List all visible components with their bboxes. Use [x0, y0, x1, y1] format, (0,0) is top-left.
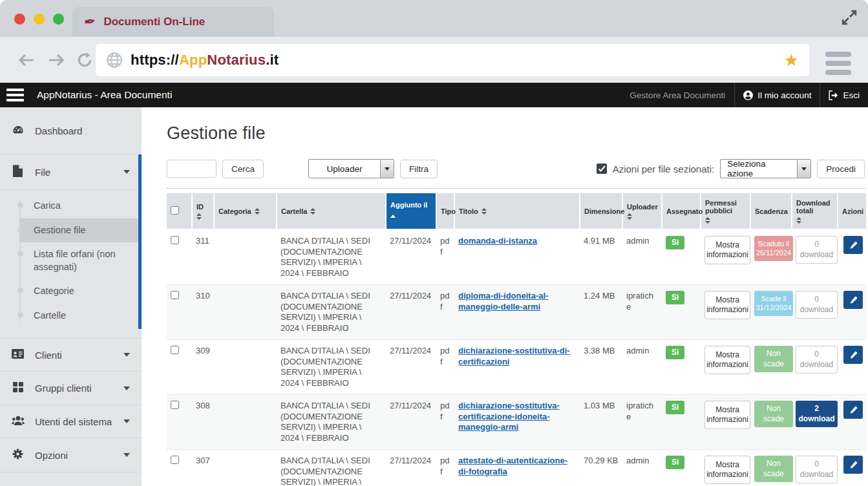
col-header-permessi[interactable]: Permessi pubblici [701, 193, 750, 229]
edit-button[interactable] [843, 346, 863, 364]
minimize-window-button[interactable] [34, 14, 45, 25]
sidebar-item-gruppi-clienti[interactable]: Gruppi clienti [0, 371, 142, 405]
scadenza-badge: Nonscade [754, 346, 793, 372]
chevron-down-icon [123, 170, 130, 174]
cell-titolo: dichiarazione-sostitutiva-di-certificazi… [454, 340, 580, 395]
file-title-link[interactable]: dichiarazione-sostitutiva-certificazione… [458, 401, 560, 432]
uploader-select[interactable]: Uploader [308, 159, 394, 178]
row-checkbox[interactable] [171, 456, 179, 464]
cell-uploader: admin [622, 450, 662, 486]
col-header-titolo[interactable]: Titolo [454, 193, 580, 229]
row-checkbox[interactable] [171, 236, 179, 244]
mostra-informazioni-button[interactable]: Mostra informazioni [704, 291, 750, 319]
file-submenu-item[interactable]: Lista file orfani (non assegnati) [19, 242, 138, 279]
maximize-window-button[interactable] [53, 14, 64, 25]
sidebar-item-clienti[interactable]: Clienti [0, 338, 142, 371]
sort-icon [482, 208, 487, 215]
downloads-badge[interactable]: 0download [796, 291, 838, 319]
gear-icon [12, 449, 24, 461]
cell-cartella: BANCA D'ITALIA \ SEDI (DOCUMENTAZIONE SE… [277, 450, 386, 486]
cell-aggiunto: 27/11/2024 [386, 285, 436, 340]
select-all-checkbox-cell[interactable] [167, 193, 192, 229]
filtra-button[interactable]: Filtra [400, 160, 438, 178]
file-submenu-item[interactable]: Categorie [19, 279, 138, 304]
browser-tab[interactable]: ✒ Documenti On-Line [72, 7, 274, 37]
file-title-link[interactable]: attestato-di-autenticazione-di-fotografi… [458, 456, 567, 476]
downloads-badge[interactable]: 0download [796, 236, 838, 264]
downloads-badge[interactable]: 2download [796, 401, 838, 427]
sidebar-item-dashboard[interactable]: Dashboard [0, 107, 142, 154]
col-header-id[interactable]: ID [192, 193, 214, 229]
sidebar-item-opzioni[interactable]: Opzioni [0, 438, 142, 472]
file-title-link[interactable]: domanda-di-istanza [458, 236, 537, 246]
col-header-aggiunto-il[interactable]: Aggiunto il [386, 193, 436, 229]
action-select[interactable]: Seleziona azione [720, 159, 811, 178]
search-input[interactable] [167, 160, 217, 178]
row-checkbox[interactable] [171, 291, 179, 299]
downloads-badge[interactable]: 0download [796, 456, 838, 483]
select-all-checkbox[interactable] [171, 206, 179, 215]
assegnato-badge: Si [666, 456, 684, 469]
mostra-informazioni-button[interactable]: Mostra informazioni [704, 346, 750, 374]
logout-button[interactable]: Esci [820, 90, 868, 100]
forward-icon[interactable] [47, 52, 66, 68]
mostra-informazioni-button[interactable]: Mostra informazioni [704, 236, 750, 264]
file-title-link[interactable]: dichiarazione-sostitutiva-di-certificazi… [458, 346, 570, 366]
pen-icon: ✒ [83, 14, 97, 30]
sidebar-item-file[interactable]: File [0, 154, 142, 190]
scadenza-badge: Scade il31/12/2024 [754, 291, 793, 316]
downloads-badge[interactable]: 0download [796, 346, 838, 374]
my-account-button[interactable]: Il mio account [735, 90, 820, 100]
close-window-button[interactable] [14, 14, 25, 25]
col-header-download[interactable]: Download totali [792, 193, 838, 229]
assegnato-badge: Si [666, 291, 684, 304]
cell-uploader: admin [622, 229, 662, 285]
file-submenu: CaricaGestione fileLista file orfani (no… [19, 194, 138, 328]
sidebar-item-utenti[interactable]: Utenti del sistema [0, 405, 142, 438]
procedi-button[interactable]: Procedi [817, 160, 865, 178]
file-submenu-item[interactable]: Gestione file [19, 218, 138, 243]
select-arrow-icon[interactable] [380, 160, 394, 178]
chevron-down-icon [123, 419, 130, 423]
cell-categoria [214, 395, 277, 450]
table-row: 310 BANCA D'ITALIA \ SEDI (DOCUMENTAZION… [167, 285, 866, 340]
file-submenu-item[interactable]: Carica [19, 194, 138, 218]
col-header-categoria[interactable]: Categoria [214, 193, 277, 229]
edit-button[interactable] [843, 456, 863, 474]
expand-icon[interactable] [841, 9, 858, 26]
window-controls[interactable] [14, 14, 64, 25]
edit-button[interactable] [843, 236, 863, 254]
sidebar-toggle-icon[interactable] [6, 89, 24, 101]
mostra-informazioni-button[interactable]: Mostra informazioni [704, 456, 750, 484]
assegnato-badge: Si [666, 346, 684, 359]
row-checkbox[interactable] [171, 401, 179, 409]
back-icon[interactable] [17, 52, 36, 68]
cell-titolo: dichiarazione-sostitutiva-certificazione… [454, 395, 580, 450]
url-bar[interactable]: https://AppNotarius.it ★ [96, 44, 809, 76]
refresh-icon[interactable] [76, 52, 93, 69]
bookmark-star-icon[interactable]: ★ [784, 52, 799, 69]
bulk-actions-label: Azioni per file sezionati: [613, 164, 715, 174]
mostra-informazioni-button[interactable]: Mostra informazioni [704, 401, 750, 429]
file-title-link[interactable]: diploma-di-idoneita-al-maneggio-delle-ar… [458, 291, 548, 312]
col-header-scadenza: Scadenza [750, 193, 792, 229]
cell-cartella: BANCA D'ITALIA \ SEDI (DOCUMENTAZIONE SE… [277, 229, 386, 285]
edit-button[interactable] [843, 291, 863, 309]
cell-dimensione: 1.24 MB [580, 285, 622, 340]
cerca-button[interactable]: Cerca [222, 160, 264, 178]
browser-window: ✒ Documenti On-Line https://AppNotarius.… [0, 0, 868, 486]
col-header-cartella[interactable]: Cartella [277, 193, 386, 229]
cell-assegnato: Si [662, 285, 701, 340]
select-arrow-icon[interactable] [797, 160, 810, 178]
grid-icon [12, 382, 24, 394]
page-title: Gestione file [167, 123, 866, 143]
cell-assegnato: Si [662, 340, 701, 395]
file-icon [12, 165, 24, 179]
col-header-uploader[interactable]: Uploader [622, 193, 662, 229]
chevron-down-icon [123, 353, 130, 357]
browser-menu-icon[interactable] [825, 52, 851, 75]
browser-toolbar: https://AppNotarius.it ★ [0, 37, 868, 83]
file-submenu-item[interactable]: Cartelle [19, 304, 138, 328]
edit-button[interactable] [843, 401, 863, 419]
row-checkbox[interactable] [171, 346, 179, 354]
